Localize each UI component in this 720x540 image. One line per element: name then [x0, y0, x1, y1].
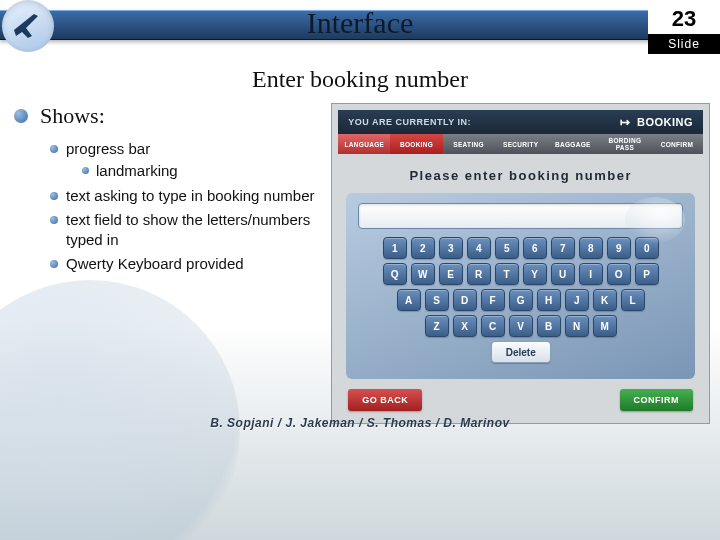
key-8[interactable]: 8 — [579, 237, 603, 259]
key-i[interactable]: I — [579, 263, 603, 285]
key-j[interactable]: J — [565, 289, 589, 311]
list-item: Qwerty Keyboard provided — [50, 254, 321, 274]
key-w[interactable]: W — [411, 263, 435, 285]
footer-authors: B. Sopjani / J. Jakeman / S. Thomas / D.… — [0, 416, 720, 430]
tab-boarding-pass[interactable]: BORDING PASS — [599, 134, 651, 154]
qwerty-keyboard: 1234567890QWERTYUIOPASDFGHJKLZXCVBNMDele… — [358, 237, 683, 363]
key-1[interactable]: 1 — [383, 237, 407, 259]
key-k[interactable]: K — [593, 289, 617, 311]
key-delete[interactable]: Delete — [491, 341, 551, 363]
page-title: Interface — [0, 6, 720, 40]
key-9[interactable]: 9 — [607, 237, 631, 259]
key-0[interactable]: 0 — [635, 237, 659, 259]
key-l[interactable]: L — [621, 289, 645, 311]
key-x[interactable]: X — [453, 315, 477, 337]
bullet-list-column: Shows: progress bar landmarking text ask… — [16, 103, 321, 424]
key-m[interactable]: M — [593, 315, 617, 337]
tab-language[interactable]: LANGUAGE — [338, 134, 390, 154]
key-2[interactable]: 2 — [411, 237, 435, 259]
tab-seating[interactable]: SEATING — [443, 134, 495, 154]
key-3[interactable]: 3 — [439, 237, 463, 259]
keyboard-panel: 1234567890QWERTYUIOPASDFGHJKLZXCVBNMDele… — [346, 193, 695, 379]
shows-heading: Shows: — [40, 103, 321, 129]
booking-input[interactable] — [358, 203, 683, 229]
key-h[interactable]: H — [537, 289, 561, 311]
key-q[interactable]: Q — [383, 263, 407, 285]
key-n[interactable]: N — [565, 315, 589, 337]
page-number-column: 23 Slide — [648, 0, 720, 54]
tab-confirm[interactable]: CONFIRM — [651, 134, 703, 154]
list-subitem: landmarking — [82, 161, 321, 181]
key-g[interactable]: G — [509, 289, 533, 311]
tab-security[interactable]: SECURITY — [495, 134, 547, 154]
confirm-button[interactable]: CONFIRM — [620, 389, 694, 411]
key-c[interactable]: C — [481, 315, 505, 337]
key-4[interactable]: 4 — [467, 237, 491, 259]
key-u[interactable]: U — [551, 263, 575, 285]
list-item-text: progress bar — [66, 140, 150, 157]
subtitle: Enter booking number — [0, 66, 720, 93]
key-z[interactable]: Z — [425, 315, 449, 337]
key-5[interactable]: 5 — [495, 237, 519, 259]
topbar-right-group: ↦ BOOKING — [620, 115, 693, 129]
list-item: progress bar landmarking — [50, 139, 321, 182]
list-item: text field to show the letters/numbers t… — [50, 210, 321, 251]
key-v[interactable]: V — [509, 315, 533, 337]
key-p[interactable]: P — [635, 263, 659, 285]
tab-booking[interactable]: BOOKING — [390, 134, 442, 154]
list-item: text asking to type in booking number — [50, 186, 321, 206]
page-number: 23 — [648, 0, 720, 34]
key-b[interactable]: B — [537, 315, 561, 337]
key-d[interactable]: D — [453, 289, 477, 311]
header: Interface 23 Slide — [0, 0, 720, 52]
topbar-right-text: BOOKING — [637, 116, 693, 128]
shows-list: progress bar landmarking text asking to … — [50, 139, 321, 275]
progress-tabs: LANGUAGE BOOKING SEATING SECURITY BAGGAG… — [338, 134, 703, 154]
key-e[interactable]: E — [439, 263, 463, 285]
topbar-left-text: YOU ARE CURRENTLY IN: — [348, 117, 471, 127]
key-o[interactable]: O — [607, 263, 631, 285]
key-f[interactable]: F — [481, 289, 505, 311]
key-s[interactable]: S — [425, 289, 449, 311]
key-r[interactable]: R — [467, 263, 491, 285]
kiosk-screenshot: YOU ARE CURRENTLY IN: ↦ BOOKING LANGUAGE… — [331, 103, 710, 424]
key-y[interactable]: Y — [523, 263, 547, 285]
key-t[interactable]: T — [495, 263, 519, 285]
tab-baggage[interactable]: BAGGAGE — [547, 134, 599, 154]
slide-label: Slide — [648, 34, 720, 54]
bullet-icon — [14, 109, 28, 123]
prompt-text: Please enter booking number — [338, 168, 703, 183]
go-back-button[interactable]: GO BACK — [348, 389, 422, 411]
arrow-right-icon: ↦ — [620, 115, 631, 129]
key-6[interactable]: 6 — [523, 237, 547, 259]
key-a[interactable]: A — [397, 289, 421, 311]
key-7[interactable]: 7 — [551, 237, 575, 259]
kiosk-topbar: YOU ARE CURRENTLY IN: ↦ BOOKING — [338, 110, 703, 134]
